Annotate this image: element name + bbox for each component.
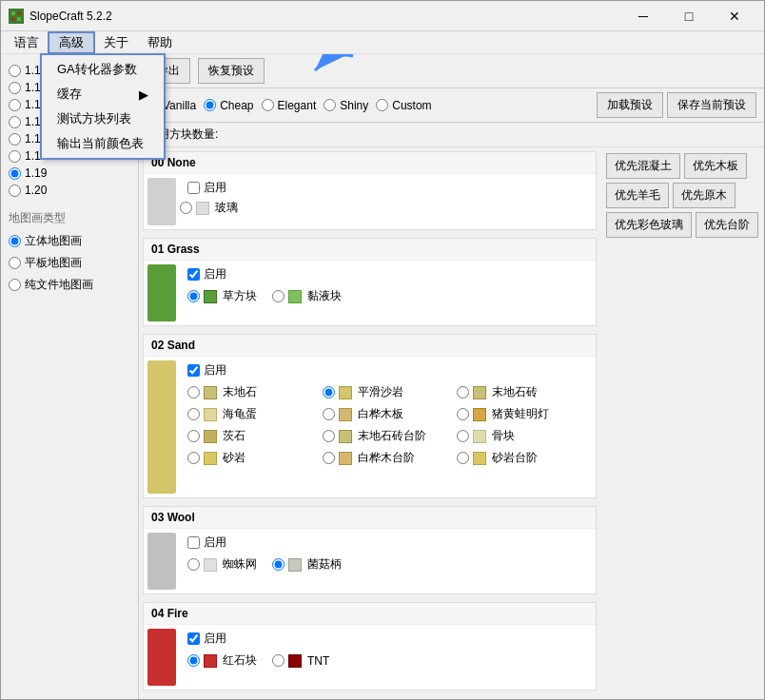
cat02-endstone: 末地石 <box>187 382 315 402</box>
svg-rect-1 <box>11 11 15 15</box>
tnt-icon <box>288 654 302 668</box>
mushroomstalk-icon <box>288 558 302 572</box>
menu-bar: 语言 高级 关于 帮助 GA转化器参数 缓存 ▶ 测试方块列表 输出当前颜色表 <box>1 31 764 54</box>
save-preset-button[interactable]: 保存当前预设 <box>667 92 756 118</box>
minimize-button[interactable]: ─ <box>621 2 665 30</box>
prio-plank-button[interactable]: 优先木板 <box>684 153 747 179</box>
cat01-body: 启用 草方块 <box>144 261 596 325</box>
menu-advanced[interactable]: 高级 <box>49 32 94 53</box>
dropdown-cache[interactable]: 缓存 ▶ <box>42 82 164 107</box>
svg-rect-4 <box>17 17 21 21</box>
window-title: SlopeCraft 5.2.2 <box>29 10 621 23</box>
preset-shiny: Shiny <box>324 99 368 112</box>
restore-preset-button[interactable]: 恢复预设 <box>198 58 265 84</box>
version-120: 1.20 <box>9 182 130 199</box>
cat00-color <box>147 178 176 225</box>
preset-cheap: Cheap <box>204 99 253 112</box>
cat02-endbrick: 末地石砖 <box>457 382 584 402</box>
cat03-options: 启用 蜘蛛网 <box>180 533 592 590</box>
cat01-blocks-row: 草方块 黏液块 <box>180 284 592 308</box>
cat02-blocks-grid: 末地石 平滑沙岩 <box>180 380 592 470</box>
cat04-tnt: TNT <box>272 651 329 671</box>
map-type-3d: 立体地图画 <box>9 230 130 252</box>
category-04: 04 Fire 启用 <box>143 602 597 690</box>
cat02-color <box>147 360 176 494</box>
maximize-button[interactable]: □ <box>667 2 711 30</box>
content-area: 00 None 启用 玻璃 <box>139 147 764 699</box>
sandslab-icon <box>473 452 486 465</box>
cat00-body: 启用 玻璃 <box>144 174 596 229</box>
cat00-enable-row: 启用 <box>180 178 592 198</box>
menu-help[interactable]: 帮助 <box>138 32 182 53</box>
cat02-cobble: 茨石 <box>187 426 315 446</box>
endbrickslab-icon <box>339 430 352 443</box>
cat04-enable-row: 启用 <box>180 629 592 649</box>
category-00: 00 None 启用 玻璃 <box>143 151 597 230</box>
sandstone-icon <box>204 452 217 465</box>
version-119: 1.19 <box>9 165 130 182</box>
cat02-endbrickslab: 末地石砖台阶 <box>323 426 450 446</box>
cat02-froglight: 猪黄蛙明灯 <box>457 404 584 424</box>
dropdown-test-block[interactable]: 测试方块列表 <box>42 107 164 131</box>
cat01-header: 01 Grass <box>144 239 596 261</box>
map-type-label: 地图画类型 <box>9 210 130 226</box>
froglight-icon <box>473 408 486 421</box>
cat04-options: 启用 红石块 <box>180 629 592 686</box>
cat01-slime-radio: 黏液块 <box>272 286 342 306</box>
load-preset-button[interactable]: 加载预设 <box>597 92 663 118</box>
slime-block-icon <box>288 290 302 303</box>
cat04-header: 04 Fire <box>144 603 596 625</box>
cat02-options: 启用 末地石 <box>180 360 592 494</box>
turtleegg-icon <box>204 408 217 421</box>
category-03: 03 Wool 启用 <box>143 506 597 594</box>
cat01-grass-radio: 草方块 <box>187 286 257 306</box>
right-panel: 导出 恢复预设 <box>139 54 764 699</box>
dropdown-export-color[interactable]: 输出当前颜色表 <box>42 131 164 156</box>
web-icon <box>204 558 217 572</box>
menu-lang[interactable]: 语言 <box>5 32 49 53</box>
prio-colored-glass-button[interactable]: 优先彩色玻璃 <box>606 212 692 238</box>
endbrick-icon <box>473 386 486 399</box>
window-controls: ─ □ ✕ <box>621 2 756 30</box>
map-type-flat: 平板地图画 <box>9 252 130 274</box>
prio-wood-button[interactable]: 优先原木 <box>673 183 736 208</box>
cat03-blocks-row: 蜘蛛网 菌菇柄 <box>180 553 592 576</box>
svg-rect-2 <box>17 11 21 15</box>
cat02-body: 启用 末地石 <box>144 357 596 497</box>
cat02-birchplank: 白桦木板 <box>323 404 450 424</box>
menu-about[interactable]: 关于 <box>94 32 138 53</box>
prio-wool-button[interactable]: 优先羊毛 <box>606 183 669 208</box>
category-01: 01 Grass 启用 <box>143 238 597 326</box>
endstone-icon <box>204 386 217 399</box>
category-02: 02 Sand 启用 <box>143 334 597 498</box>
birchslab-icon <box>339 452 352 465</box>
cat02-birchslab: 白桦木台阶 <box>323 448 450 468</box>
dropdown-ga-params[interactable]: GA转化器参数 <box>42 57 164 82</box>
grass-block-icon <box>204 290 217 303</box>
cat04-body: 启用 红石块 <box>144 625 596 690</box>
bone-icon <box>473 430 486 443</box>
cat03-web: 蜘蛛网 <box>187 554 257 574</box>
smoothsand-icon <box>339 386 352 399</box>
cat00-glass-row: 玻璃 <box>180 198 592 218</box>
cobble-icon <box>204 430 217 443</box>
prio-concrete-button[interactable]: 优先混凝土 <box>606 153 680 179</box>
close-button[interactable]: ✕ <box>713 2 756 30</box>
cat03-enable-row: 启用 <box>180 533 592 553</box>
map-type-file: 纯文件地图画 <box>9 274 130 296</box>
cat04-color <box>147 629 176 686</box>
block-list[interactable]: 00 None 启用 玻璃 <box>139 147 600 699</box>
cat03-color <box>147 533 176 590</box>
cat01-options: 启用 草方块 <box>180 264 592 321</box>
cat04-blocks-row: 红石块 TNT <box>180 649 592 672</box>
glass-icon <box>196 202 209 215</box>
cat03-body: 启用 蜘蛛网 <box>144 529 596 593</box>
advanced-dropdown: GA转化器参数 缓存 ▶ 测试方块列表 输出当前颜色表 <box>41 54 165 159</box>
prio-slab-button[interactable]: 优先台阶 <box>696 212 758 238</box>
cat03-mushroom: 菌菇柄 <box>272 554 342 574</box>
svg-rect-0 <box>9 9 24 24</box>
preset-custom: Custom <box>376 99 431 112</box>
cat01-enable-row: 启用 <box>180 264 592 284</box>
birchplank-icon <box>339 408 352 421</box>
priority-buttons: 优先混凝土 优先木板 优先羊毛 优先原木 <box>600 147 764 699</box>
